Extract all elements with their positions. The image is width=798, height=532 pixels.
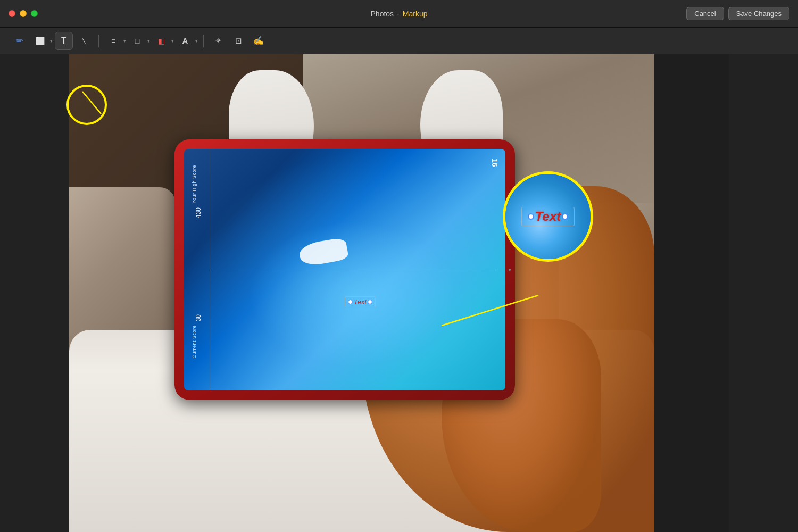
annotation-handle-right-large: [562, 213, 568, 220]
title-markup: Markup: [403, 10, 428, 18]
titlebar-actions: Cancel Save Changes: [686, 7, 789, 20]
color-tool-button[interactable]: ◧: [152, 32, 170, 50]
draw-icon: /: [80, 37, 88, 44]
score-high-value: 430: [195, 207, 202, 218]
annotation-handle-left-small: [348, 300, 353, 304]
lines-dropdown-arrow: ▾: [123, 38, 126, 44]
border-tool-group: □ ▾: [128, 32, 150, 50]
font-tool-group: A ▾: [176, 32, 198, 50]
color-dropdown-arrow: ▾: [171, 38, 174, 44]
font-icon: A: [182, 36, 188, 45]
annotation-handle-right-small: [368, 300, 372, 304]
text-annotation-small-container[interactable]: Text: [345, 296, 376, 307]
ipad-camera: [509, 269, 511, 271]
screen-line-left: [210, 149, 210, 390]
lines-icon: ≡: [111, 37, 115, 45]
ipad-screen: Your High Score 430 Current Score 30 16 …: [184, 149, 505, 390]
crop-icon: ⊡: [235, 36, 242, 46]
text-annotation-large-container: Text: [528, 209, 568, 224]
annotation-handle-left-large: [528, 213, 534, 220]
shape-tool-group: ⬜ ▾: [31, 32, 53, 50]
signature-icon: ✍: [253, 36, 264, 46]
pen-tool-group: ✏: [11, 32, 29, 50]
border-dropdown-arrow: ▾: [147, 38, 150, 44]
shape-icon: ⬜: [36, 37, 45, 45]
crop-tool-button[interactable]: ⊡: [229, 32, 247, 50]
color-icon: ◧: [158, 37, 165, 45]
border-icon: □: [135, 37, 139, 45]
lines-tool-button[interactable]: ≡: [104, 32, 122, 50]
window-title: Photos - Markup: [371, 10, 428, 18]
title-separator: -: [397, 10, 400, 18]
annotation-text-large: Text: [535, 209, 561, 224]
text-tool-button[interactable]: T: [55, 32, 73, 50]
color-tool-group: ◧ ▾: [152, 32, 174, 50]
screen-line-mid: [210, 270, 496, 270]
zoom-loupe-circle[interactable]: Text: [503, 171, 593, 262]
annotation-text-small: Text: [354, 298, 367, 306]
screen-glow: [248, 221, 458, 366]
loupe-tool-button[interactable]: ⌖: [209, 32, 227, 50]
lines-tool-group: ≡ ▾: [104, 32, 126, 50]
border-tool-button[interactable]: □: [128, 32, 146, 50]
sidebar-right: [729, 54, 798, 532]
minimize-button[interactable]: [20, 10, 27, 17]
ipad-device: Your High Score 430 Current Score 30 16 …: [174, 139, 515, 400]
shape-tool-button[interactable]: ⬜: [31, 32, 49, 50]
signature-tool-button[interactable]: ✍: [250, 32, 268, 50]
score-current-value: 30: [195, 314, 202, 321]
score-right: 16: [491, 159, 499, 167]
toolbar-divider-2: [203, 35, 204, 47]
window-controls: [9, 10, 38, 17]
draw-tool-button[interactable]: /: [75, 32, 93, 50]
text-tool-icon: T: [61, 36, 66, 46]
font-tool-button[interactable]: A: [176, 32, 194, 50]
toolbar-divider-1: [98, 35, 99, 47]
cancel-button[interactable]: Cancel: [686, 7, 724, 20]
shape-dropdown-arrow: ▾: [50, 38, 53, 44]
score-current-label: Current Score: [192, 325, 197, 359]
pen-icon: ✏: [16, 35, 23, 46]
zoom-circle-inner: Text: [505, 174, 591, 259]
titlebar: Photos - Markup Cancel Save Changes: [0, 0, 798, 28]
sidebar-left: [0, 54, 69, 532]
canvas-area: Your High Score 430 Current Score 30 16 …: [0, 54, 798, 532]
font-dropdown-arrow: ▾: [195, 38, 198, 44]
score-high-label: Your High Score: [192, 165, 197, 204]
photo-scene: Your High Score 430 Current Score 30 16 …: [69, 54, 654, 532]
loupe-icon: ⌖: [215, 35, 221, 46]
save-changes-button[interactable]: Save Changes: [728, 7, 789, 20]
markup-toolbar: ✏ ⬜ ▾ T / ≡ ▾ □ ▾ ◧ ▾ A ▾: [0, 28, 798, 54]
photo-background[interactable]: Your High Score 430 Current Score 30 16 …: [69, 54, 654, 532]
close-button[interactable]: [9, 10, 15, 17]
maximize-button[interactable]: [31, 10, 38, 17]
pen-tool-button[interactable]: ✏: [11, 32, 29, 50]
title-photos: Photos: [371, 10, 394, 18]
